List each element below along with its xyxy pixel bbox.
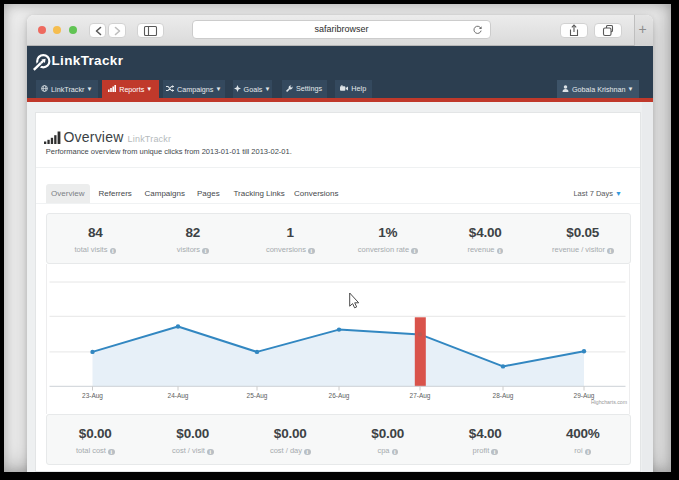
svg-text:28-Aug: 28-Aug [493, 392, 514, 400]
svg-text:26-Aug: 26-Aug [329, 392, 350, 400]
svg-text:Highcharts.com: Highcharts.com [591, 399, 627, 405]
svg-text:23-Aug: 23-Aug [82, 392, 103, 400]
svg-text:24-Aug: 24-Aug [168, 392, 189, 400]
svg-text:27-Aug: 27-Aug [410, 392, 431, 400]
svg-text:25-Aug: 25-Aug [247, 392, 268, 400]
